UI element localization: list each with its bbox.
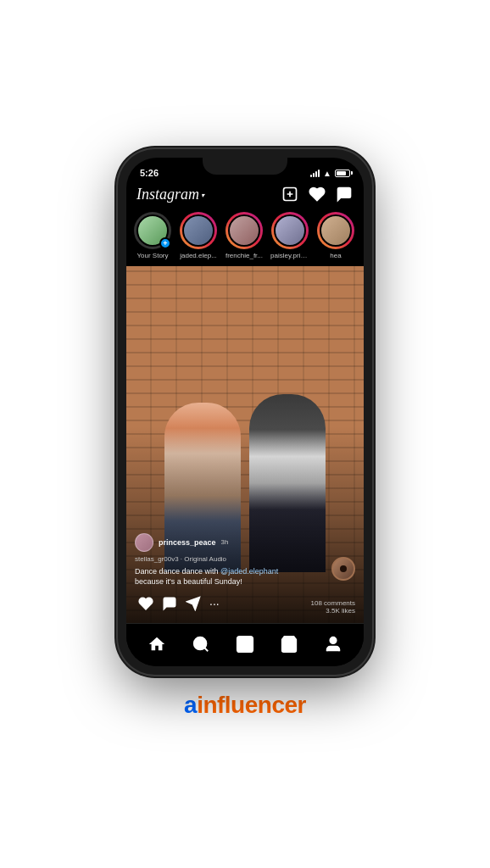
frenchie-fr-label: frenchie_fr... <box>226 252 263 259</box>
your-story-avatar-wrap: + <box>134 212 171 249</box>
post-info: princess_peace 3h stellas_gr00v3 · Origi… <box>126 526 364 623</box>
jaded-elep-ring <box>180 212 217 249</box>
nav-search-button[interactable] <box>187 631 214 658</box>
nav-shop-button[interactable] <box>276 631 303 658</box>
brand-suffix: influencer <box>197 692 306 718</box>
svg-line-6 <box>204 648 208 651</box>
ig-header-icons <box>281 185 354 203</box>
jaded-elep-avatar <box>182 214 214 247</box>
your-story-label: Your Story <box>136 252 168 259</box>
notifications-button[interactable] <box>308 185 326 203</box>
nav-profile-button[interactable] <box>320 631 347 658</box>
svg-marker-4 <box>187 598 200 610</box>
jaded-elep-label: jaded.elep... <box>180 252 217 259</box>
more-options-button[interactable]: ··· <box>206 597 223 610</box>
ig-logo-chevron: ▾ <box>201 192 204 199</box>
nav-reels-button[interactable] <box>231 631 259 658</box>
paisley-prin-avatar-wrap <box>271 212 309 249</box>
signal-bars-icon <box>310 169 320 177</box>
hea-ring <box>317 212 354 249</box>
post-audio[interactable]: stellas_gr00v3 · Original Audio <box>135 555 355 563</box>
battery-icon <box>335 170 350 177</box>
messages-button[interactable] <box>335 185 354 203</box>
battery-fill <box>337 171 346 175</box>
ig-logo[interactable]: Instagram ▾ <box>136 186 204 203</box>
jaded-elep-avatar-wrap <box>180 212 217 249</box>
comment-button[interactable] <box>159 593 181 615</box>
add-post-button[interactable] <box>281 185 299 203</box>
stories-strip: + Your Story jaded.elep... <box>126 209 364 266</box>
add-story-badge: + <box>159 237 171 249</box>
paisley-prin-label: paisley.prin... <box>270 252 309 259</box>
like-button[interactable] <box>135 593 157 615</box>
nav-home-button[interactable] <box>143 631 170 658</box>
svg-point-14 <box>330 637 336 643</box>
frenchie-fr-avatar <box>228 214 260 247</box>
story-jaded-elep[interactable]: jaded.elep... <box>179 212 218 259</box>
ig-logo-text: Instagram <box>136 186 199 203</box>
story-your-story[interactable]: + Your Story <box>133 212 172 259</box>
post-audio-text: stellas_gr00v3 · Original Audio <box>135 555 226 563</box>
post-actions: ··· 108 comments 3.5K likes <box>135 593 355 615</box>
brand-logo: ainfluencer <box>184 692 306 719</box>
story-paisley-prin[interactable]: paisley.prin... <box>270 212 309 259</box>
page-wrapper: 5:26 ▲ Instagram ▾ <box>0 0 490 868</box>
post-user-row: princess_peace 3h <box>135 533 355 552</box>
status-icons: ▲ <box>310 169 350 178</box>
post-likes-count: 3.5K likes <box>311 607 355 615</box>
status-time: 5:26 <box>140 168 159 178</box>
story-hea[interactable]: hea <box>316 212 355 259</box>
feed-post: princess_peace 3h stellas_gr00v3 · Origi… <box>126 266 364 623</box>
frenchie-fr-avatar-wrap <box>226 212 263 249</box>
svg-point-5 <box>194 637 207 650</box>
phone-frame: 5:26 ▲ Instagram ▾ <box>118 149 372 675</box>
post-user-avatar[interactable] <box>135 533 153 552</box>
post-caption: Dance dance dance with @jaded.elephant b… <box>135 566 355 587</box>
story-frenchie-fr[interactable]: frenchie_fr... <box>225 212 264 259</box>
post-username[interactable]: princess_peace <box>159 538 216 547</box>
hea-label: hea <box>330 252 341 259</box>
post-time: 3h <box>221 538 229 546</box>
brand-prefix: a <box>184 692 197 718</box>
bottom-nav <box>126 623 364 666</box>
post-caption-text: because it's a beautiful Sunday! <box>135 577 242 586</box>
post-stats: 108 comments 3.5K likes <box>311 599 355 615</box>
hea-avatar-wrap <box>317 212 354 249</box>
paisley-prin-avatar <box>274 214 306 247</box>
phone-screen: 5:26 ▲ Instagram ▾ <box>126 158 364 666</box>
paisley-prin-ring <box>271 212 309 249</box>
share-button[interactable] <box>182 593 204 615</box>
ig-header: Instagram ▾ <box>126 181 364 209</box>
frenchie-fr-ring <box>226 212 263 249</box>
phone-notch <box>203 158 287 175</box>
post-comments-count: 108 comments <box>311 599 355 607</box>
wifi-icon: ▲ <box>323 169 331 178</box>
post-caption-mention[interactable]: @jaded.elephant <box>220 567 278 576</box>
hea-avatar <box>320 214 352 247</box>
